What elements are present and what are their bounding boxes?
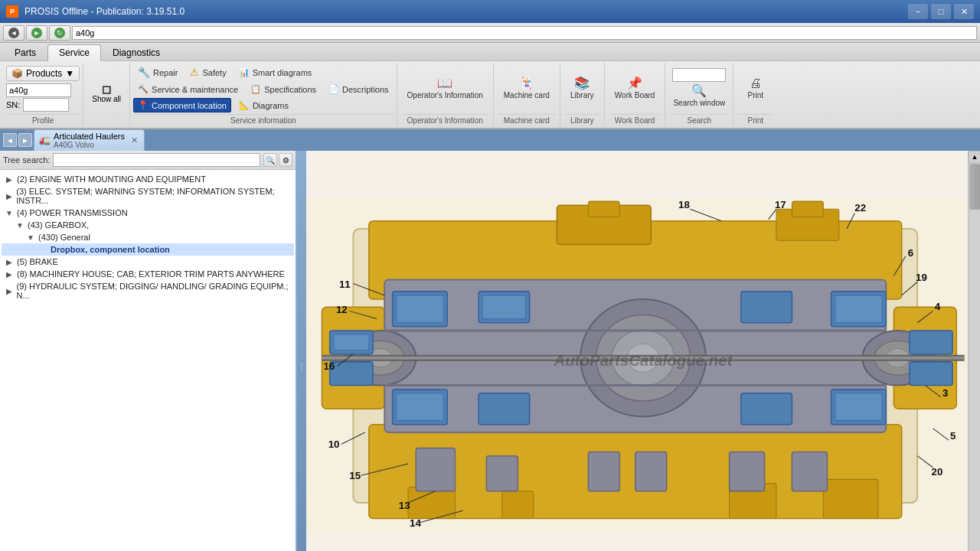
print-items: 🖨 Print — [738, 64, 773, 112]
operators-info-label: Operator's Information — [407, 91, 483, 100]
svg-rect-49 — [588, 452, 619, 491]
tree-item-430[interactable]: ▼ (430) General — [2, 231, 294, 243]
doc-tab[interactable]: 🚛 Articulated Haulers A40G Volvo ✕ — [34, 129, 145, 152]
svg-rect-51 — [730, 452, 765, 491]
refresh-button[interactable]: ↻ — [49, 25, 70, 41]
tree-label-2: (2) ENGINE WITH MOUNTING AND EQUIPMENT — [17, 174, 206, 184]
tab-prev-button[interactable]: ◄ — [3, 133, 17, 147]
search-actions: 🔍 Search window — [670, 83, 728, 109]
diagrams-label: Diagrams — [253, 101, 289, 110]
tree-label-4: (4) POWER TRANSMISSION — [17, 208, 128, 217]
svg-rect-43 — [482, 295, 525, 319]
svg-text:12: 12 — [336, 304, 348, 315]
svg-text:15: 15 — [349, 470, 361, 481]
tree-expand-dropbox — [41, 245, 47, 254]
svg-text:22: 22 — [854, 202, 866, 214]
search-window-button[interactable]: 🔍 Search window — [670, 83, 728, 109]
diagram-svg: 18 17 22 6 19 4 3 — [306, 151, 980, 551]
svg-rect-6 — [792, 201, 823, 217]
descriptions-button[interactable]: 📄 Descriptions — [324, 82, 394, 96]
library-button[interactable]: 📚 Library — [565, 75, 599, 102]
tab-service[interactable]: Service — [47, 44, 101, 61]
service-info-group: 🔲 Show all 🔧 Repair ⚠ Safety 📊 — [83, 63, 397, 126]
tab-parts[interactable]: Parts — [3, 44, 47, 60]
tree-expand-4: ▼ — [5, 208, 14, 217]
work-board-button[interactable]: 📌 Work Board — [609, 75, 661, 103]
tree-item-4[interactable]: ▼ (4) POWER TRANSMISSION — [2, 207, 294, 219]
products-group-label: Profile — [6, 114, 80, 125]
maximize-button[interactable]: □ — [931, 4, 951, 19]
forward-button[interactable]: ► — [26, 25, 47, 41]
handle-icon: ⋮ — [298, 362, 305, 370]
operators-info-button[interactable]: 📖 Operator's Information — [402, 75, 488, 103]
app-icon: P — [6, 5, 18, 18]
search-field[interactable] — [672, 68, 726, 82]
svg-rect-37 — [397, 393, 443, 421]
minimize-button[interactable]: − — [908, 4, 928, 19]
search-icon: 🔍 — [691, 85, 707, 97]
forward-icon: ► — [31, 28, 42, 38]
component-location-button[interactable]: 📍 Component location — [133, 98, 231, 112]
product-input[interactable] — [6, 83, 71, 97]
app-title: PROSIS Offline - Publication: 3.19.51.0 — [24, 6, 185, 17]
safety-button[interactable]: ⚠ Safety — [185, 64, 230, 80]
search-items: 🔍 Search window — [670, 64, 728, 112]
svg-rect-47 — [416, 448, 455, 491]
operators-info-group: 📖 Operator's Information Operator's Info… — [397, 63, 494, 126]
products-dropdown[interactable]: 📦 Products ▼ — [6, 66, 80, 81]
svg-rect-31 — [330, 362, 373, 386]
print-group: 🖨 Print Print — [733, 63, 777, 126]
tree-label-8: (8) MACHINERY HOUSE; CAB; EXTERIOR TRIM … — [17, 269, 285, 279]
svg-text:11: 11 — [339, 279, 351, 290]
tree-item-dropbox[interactable]: Dropbox, component location — [2, 243, 294, 256]
doc-tab-close-button[interactable]: ✕ — [131, 135, 138, 145]
show-all-button[interactable]: 🔲 Show all — [88, 83, 125, 106]
svg-rect-4 — [588, 201, 619, 217]
svg-text:10: 10 — [328, 439, 340, 450]
tree-search-btn[interactable]: 🔍 — [263, 153, 277, 167]
library-group-label: Library — [565, 114, 599, 125]
panel-resize-handle[interactable]: ⋮ — [297, 151, 306, 551]
specifications-button[interactable]: 📋 Specifications — [246, 82, 321, 96]
operators-info-items: 📖 Operator's Information — [402, 64, 488, 112]
repair-button[interactable]: 🔧 Repair — [133, 64, 182, 80]
service-maintenance-label: Service & maintenance — [152, 85, 238, 94]
tree-item-3[interactable]: ▶ (3) ELEC. SYSTEM; WARNING SYSTEM; INFO… — [2, 185, 294, 207]
svg-text:16: 16 — [324, 360, 335, 372]
sn-input[interactable] — [23, 98, 69, 112]
ribbon-tabs: Parts Service Diagnostics — [0, 43, 980, 61]
show-all-icon: 🔲 — [102, 86, 111, 94]
search-label: Search window — [673, 99, 725, 107]
tree-item-5[interactable]: ▶ (5) BRAKE — [2, 256, 294, 268]
scroll-thumb-v[interactable] — [969, 164, 980, 210]
sn-row — [6, 83, 71, 97]
products-items: 📦 Products ▼ — [6, 64, 80, 83]
search-group: 🔍 Search window Search — [665, 63, 733, 126]
svg-rect-50 — [635, 452, 667, 491]
print-button[interactable]: 🖨 Print — [738, 75, 773, 102]
close-button[interactable]: ✕ — [954, 4, 974, 19]
tree-search-label: Tree search: — [3, 155, 50, 165]
tree-item-2[interactable]: ▶ (2) ENGINE WITH MOUNTING AND EQUIPMENT — [2, 173, 294, 185]
tree-label-9: (9) HYDRAULIC SYSTEM; DIGGING/ HANDLING/… — [16, 282, 291, 300]
tab-next-button[interactable]: ► — [18, 133, 32, 147]
machine-card-group-label: Machine card — [498, 114, 555, 125]
tree-expand-43: ▼ — [15, 220, 24, 230]
tree-expand-2: ▶ — [5, 174, 14, 184]
scroll-up-arrow[interactable]: ▲ — [969, 151, 980, 163]
diagrams-icon: 📐 — [239, 100, 250, 110]
right-vertical-scrollbar[interactable]: ▲ ▼ — [968, 151, 980, 551]
tree-item-43[interactable]: ▼ (43) GEARBOX, — [2, 219, 294, 231]
tab-diagnostics[interactable]: Diagnostics — [101, 44, 172, 60]
tree-item-9[interactable]: ▶ (9) HYDRAULIC SYSTEM; DIGGING/ HANDLIN… — [2, 280, 294, 302]
machine-card-button[interactable]: 🃏 Machine card — [498, 75, 555, 103]
back-button[interactable]: ◄ — [3, 25, 24, 41]
smart-diagrams-button[interactable]: 📊 Smart diagrams — [234, 64, 317, 80]
address-input[interactable] — [72, 26, 977, 40]
tree-search-input[interactable] — [53, 153, 260, 167]
tree-options-btn[interactable]: ⚙ — [279, 153, 292, 167]
service-maintenance-button[interactable]: 🔨 Service & maintenance — [133, 82, 243, 96]
diagrams-button[interactable]: 📐 Diagrams — [234, 98, 293, 112]
smart-diagrams-label: Smart diagrams — [253, 68, 312, 77]
tree-item-8[interactable]: ▶ (8) MACHINERY HOUSE; CAB; EXTERIOR TRI… — [2, 268, 294, 280]
